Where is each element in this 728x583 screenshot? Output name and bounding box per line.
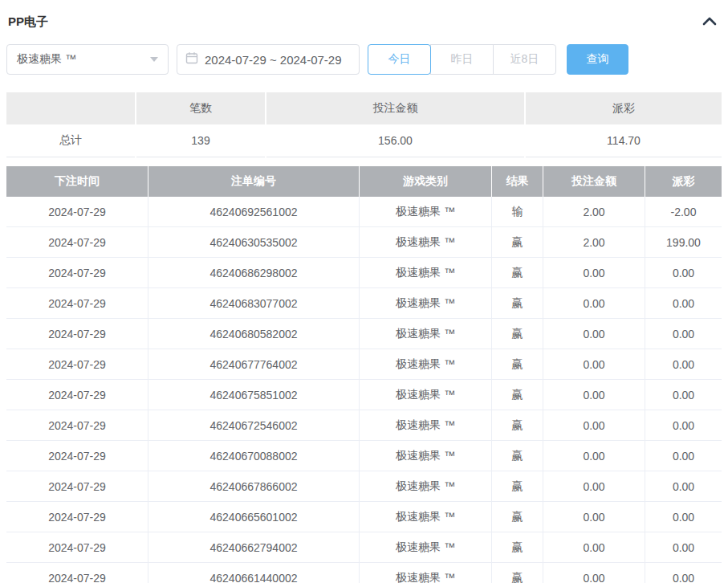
table-row: 2024-07-29 46240686298002 极速糖果 ™ 赢 0.00 … xyxy=(6,258,722,288)
cell-bet-amount: 0.00 xyxy=(543,380,645,410)
cell-result: 赢 xyxy=(492,288,543,319)
cell-game-category: 极速糖果 ™ xyxy=(360,197,492,227)
records-header-order-id: 注单编号 xyxy=(148,166,360,197)
cell-payout: 0.00 xyxy=(645,319,722,349)
quick-date-button-group: 今日 昨日 近8日 xyxy=(368,44,556,75)
cell-order-id: 46240661440002 xyxy=(148,563,360,583)
summary-total-payout: 114.70 xyxy=(526,124,722,157)
cell-game-category: 极速糖果 ™ xyxy=(360,471,492,502)
cell-bet-time: 2024-07-29 xyxy=(6,227,148,258)
cell-order-id: 46240672546002 xyxy=(148,410,360,441)
summary-total-label: 总计 xyxy=(6,124,135,157)
collapse-button[interactable] xyxy=(699,14,720,30)
cell-bet-amount: 0.00 xyxy=(543,441,645,471)
cell-payout: 0.00 xyxy=(645,380,722,410)
date-range-value: 2024-07-29 ~ 2024-07-29 xyxy=(205,53,342,67)
cell-game-category: 极速糖果 ™ xyxy=(360,349,492,380)
cell-game-category: 极速糖果 ™ xyxy=(360,532,492,563)
cell-result: 输 xyxy=(492,197,543,227)
cell-bet-amount: 0.00 xyxy=(543,563,645,583)
cell-bet-amount: 0.00 xyxy=(543,410,645,441)
cell-game-category: 极速糖果 ™ xyxy=(360,563,492,583)
summary-total-bet-amount: 156.00 xyxy=(266,124,524,157)
table-row: 2024-07-29 46240680582002 极速糖果 ™ 赢 0.00 … xyxy=(6,319,722,349)
cell-bet-amount: 2.00 xyxy=(543,197,645,227)
cell-payout: 0.00 xyxy=(645,288,722,319)
chevron-up-icon xyxy=(702,16,717,28)
cell-payout: 199.00 xyxy=(645,227,722,258)
pp-electronic-panel: PP电子 极速糖果 ™ 2024-07-29 ~ 2 xyxy=(0,0,728,583)
date-range-input[interactable]: 2024-07-29 ~ 2024-07-29 xyxy=(177,44,360,75)
cell-game-category: 极速糖果 ™ xyxy=(360,441,492,471)
cell-bet-amount: 0.00 xyxy=(543,502,645,532)
page-title: PP电子 xyxy=(6,14,48,30)
cell-bet-amount: 0.00 xyxy=(543,532,645,563)
quick-button-today[interactable]: 今日 xyxy=(368,44,431,75)
cell-result: 赢 xyxy=(492,380,543,410)
table-row: 2024-07-29 46240630535002 极速糖果 ™ 赢 2.00 … xyxy=(6,227,722,258)
cell-result: 赢 xyxy=(492,502,543,532)
cell-result: 赢 xyxy=(492,349,543,380)
cell-result: 赢 xyxy=(492,471,543,502)
cell-order-id: 46240675851002 xyxy=(148,380,360,410)
cell-bet-time: 2024-07-29 xyxy=(6,288,148,319)
cell-order-id: 46240670088002 xyxy=(148,441,360,471)
table-row: 2024-07-29 46240661440002 极速糖果 ™ 赢 0.00 … xyxy=(6,563,722,583)
cell-bet-amount: 0.00 xyxy=(543,319,645,349)
cell-order-id: 46240683077002 xyxy=(148,288,360,319)
table-row: 2024-07-29 46240662794002 极速糖果 ™ 赢 0.00 … xyxy=(6,532,722,563)
cell-bet-time: 2024-07-29 xyxy=(6,349,148,380)
panel-header: PP电子 xyxy=(6,0,722,39)
calendar-icon xyxy=(185,51,198,67)
cell-game-category: 极速糖果 ™ xyxy=(360,410,492,441)
cell-order-id: 46240662794002 xyxy=(148,532,360,563)
cell-result: 赢 xyxy=(492,319,543,349)
summary-header-count: 笔数 xyxy=(136,92,265,124)
table-row: 2024-07-29 46240665601002 极速糖果 ™ 赢 0.00 … xyxy=(6,502,722,532)
cell-result: 赢 xyxy=(492,532,543,563)
cell-game-category: 极速糖果 ™ xyxy=(360,319,492,349)
summary-header-payout: 派彩 xyxy=(526,92,722,124)
cell-bet-amount: 0.00 xyxy=(543,258,645,288)
cell-payout: 0.00 xyxy=(645,563,722,583)
cell-bet-time: 2024-07-29 xyxy=(6,471,148,502)
quick-button-yesterday[interactable]: 昨日 xyxy=(430,44,494,75)
cell-payout: 0.00 xyxy=(645,502,722,532)
cell-game-category: 极速糖果 ™ xyxy=(360,258,492,288)
table-row: 2024-07-29 46240670088002 极速糖果 ™ 赢 0.00 … xyxy=(6,441,722,471)
cell-bet-time: 2024-07-29 xyxy=(6,502,148,532)
cell-result: 赢 xyxy=(492,227,543,258)
table-row: 2024-07-29 46240672546002 极速糖果 ™ 赢 0.00 … xyxy=(6,410,722,441)
query-button[interactable]: 查询 xyxy=(567,44,628,75)
cell-payout: 0.00 xyxy=(645,471,722,502)
records-header-bet-time: 下注时间 xyxy=(6,166,148,197)
cell-order-id: 46240665601002 xyxy=(148,502,360,532)
cell-result: 赢 xyxy=(492,410,543,441)
cell-payout: 0.00 xyxy=(645,441,722,471)
cell-bet-amount: 0.00 xyxy=(543,288,645,319)
cell-order-id: 46240680582002 xyxy=(148,319,360,349)
records-header-bet-amount: 投注金额 xyxy=(543,166,645,197)
cell-result: 赢 xyxy=(492,563,543,583)
cell-bet-time: 2024-07-29 xyxy=(6,410,148,441)
cell-payout: -2.00 xyxy=(645,197,722,227)
cell-bet-time: 2024-07-29 xyxy=(6,441,148,471)
game-select[interactable]: 极速糖果 ™ xyxy=(6,44,169,75)
cell-bet-amount: 0.00 xyxy=(543,349,645,380)
table-row: 2024-07-29 46240692561002 极速糖果 ™ 输 2.00 … xyxy=(6,197,722,227)
cell-order-id: 46240677764002 xyxy=(148,349,360,380)
table-row: 2024-07-29 46240683077002 极速糖果 ™ 赢 0.00 … xyxy=(6,288,722,319)
cell-bet-time: 2024-07-29 xyxy=(6,532,148,563)
cell-bet-time: 2024-07-29 xyxy=(6,258,148,288)
summary-header-bet-amount: 投注金额 xyxy=(266,92,524,124)
game-select-value: 极速糖果 ™ xyxy=(17,52,76,67)
quick-button-last8days[interactable]: 近8日 xyxy=(493,44,556,75)
cell-order-id: 46240692561002 xyxy=(148,197,360,227)
cell-payout: 0.00 xyxy=(645,349,722,380)
records-header-row: 下注时间 注单编号 游戏类别 结果 投注金额 派彩 xyxy=(6,166,722,197)
records-header-game-category: 游戏类别 xyxy=(360,166,492,197)
cell-order-id: 46240686298002 xyxy=(148,258,360,288)
cell-game-category: 极速糖果 ™ xyxy=(360,227,492,258)
records-table: 下注时间 注单编号 游戏类别 结果 投注金额 派彩 2024-07-29 462… xyxy=(6,166,722,583)
cell-bet-time: 2024-07-29 xyxy=(6,563,148,583)
